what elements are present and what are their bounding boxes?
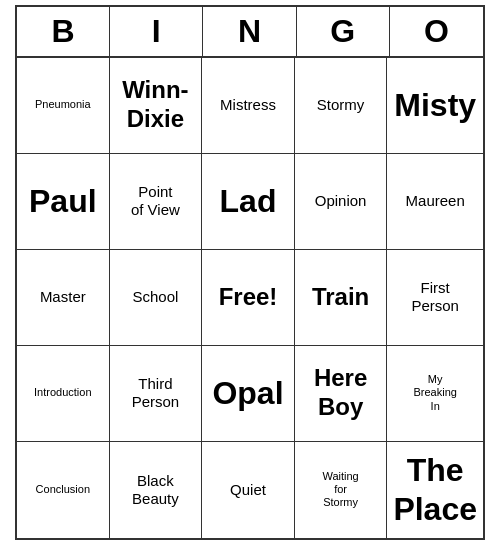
bingo-cell: Mistress [202, 58, 295, 154]
cell-text: School [132, 288, 178, 306]
cell-text: Waiting for Stormy [322, 470, 358, 510]
cell-text: The Place [393, 451, 477, 528]
cell-text: Pneumonia [35, 98, 91, 111]
cell-text: Stormy [317, 96, 365, 114]
bingo-cell: First Person [387, 250, 483, 346]
bingo-cell: My Breaking In [387, 346, 483, 442]
header-letter: O [390, 7, 483, 56]
bingo-cell: Train [295, 250, 388, 346]
bingo-header: BINGO [17, 7, 483, 58]
bingo-cell: Conclusion [17, 442, 110, 538]
bingo-cell: Opal [202, 346, 295, 442]
cell-text: Black Beauty [132, 472, 179, 508]
cell-text: Opal [212, 374, 283, 412]
cell-text: Quiet [230, 481, 266, 499]
cell-text: Here Boy [314, 364, 367, 422]
cell-text: Maureen [406, 192, 465, 210]
header-letter: N [203, 7, 296, 56]
cell-text: Winn- Dixie [122, 76, 188, 134]
cell-text: Lad [220, 182, 277, 220]
cell-text: Opinion [315, 192, 367, 210]
cell-text: Point of View [131, 183, 180, 219]
bingo-cell: Waiting for Stormy [295, 442, 388, 538]
cell-text: First Person [411, 279, 459, 315]
bingo-cell: Third Person [110, 346, 203, 442]
bingo-cell: Maureen [387, 154, 483, 250]
cell-text: Third Person [132, 375, 180, 411]
header-letter: I [110, 7, 203, 56]
bingo-cell: Misty [387, 58, 483, 154]
cell-text: Misty [394, 86, 476, 124]
cell-text: Mistress [220, 96, 276, 114]
bingo-cell: Quiet [202, 442, 295, 538]
bingo-card: BINGO PneumoniaWinn- DixieMistressStormy… [15, 5, 485, 540]
cell-text: Conclusion [36, 483, 90, 496]
cell-text: Master [40, 288, 86, 306]
cell-text: My Breaking In [413, 373, 456, 413]
bingo-cell: The Place [387, 442, 483, 538]
header-letter: B [17, 7, 110, 56]
bingo-cell: Lad [202, 154, 295, 250]
bingo-cell: Point of View [110, 154, 203, 250]
bingo-cell: Opinion [295, 154, 388, 250]
bingo-cell: Paul [17, 154, 110, 250]
bingo-cell: Introduction [17, 346, 110, 442]
header-letter: G [297, 7, 390, 56]
bingo-cell: Here Boy [295, 346, 388, 442]
cell-text: Paul [29, 182, 97, 220]
bingo-cell: Master [17, 250, 110, 346]
cell-text: Train [312, 283, 369, 312]
bingo-cell: Black Beauty [110, 442, 203, 538]
bingo-cell: Pneumonia [17, 58, 110, 154]
cell-text: Introduction [34, 386, 91, 399]
bingo-cell: Stormy [295, 58, 388, 154]
cell-text: Free! [219, 283, 278, 312]
bingo-cell: Free! [202, 250, 295, 346]
bingo-grid: PneumoniaWinn- DixieMistressStormyMistyP… [17, 58, 483, 538]
bingo-cell: Winn- Dixie [110, 58, 203, 154]
bingo-cell: School [110, 250, 203, 346]
